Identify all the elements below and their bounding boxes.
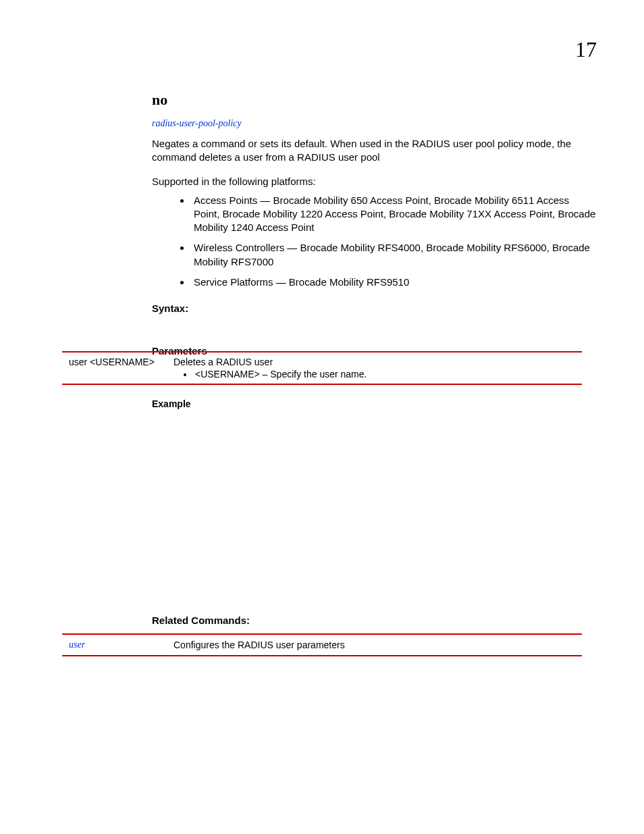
related-command-link[interactable]: user [69, 640, 173, 650]
command-description: Negates a command or sets its default. W… [152, 137, 597, 165]
table-row: user <USERNAME> Deletes a RADIUS user <U… [62, 353, 582, 384]
list-item: Service Platforms — Brocade Mobility RFS… [191, 276, 597, 289]
list-item: Wireless Controllers — Brocade Mobility … [191, 241, 597, 269]
page-number: 17 [575, 37, 597, 62]
syntax-heading: Syntax: [152, 303, 597, 314]
related-commands-heading: Related Commands: [152, 615, 250, 626]
example-heading: Example [152, 398, 191, 409]
list-item: Access Points — Brocade Mobility 650 Acc… [191, 194, 597, 235]
command-title: no [152, 91, 597, 109]
table-row: user Configures the RADIUS user paramete… [62, 635, 582, 655]
policy-link[interactable]: radius-user-pool-policy [152, 118, 597, 129]
parameters-table: user <USERNAME> Deletes a RADIUS user <U… [62, 351, 582, 385]
related-command-desc: Configures the RADIUS user parameters [173, 640, 575, 650]
related-commands-table: user Configures the RADIUS user paramete… [62, 633, 582, 656]
param-syntax: user <USERNAME> [69, 357, 173, 380]
platform-list: Access Points — Brocade Mobility 650 Acc… [191, 194, 597, 290]
main-content: no radius-user-pool-policy Negates a com… [152, 91, 597, 357]
supported-intro: Supported in the following platforms: [152, 176, 597, 187]
param-desc-main: Deletes a RADIUS user [173, 357, 575, 367]
param-description: Deletes a RADIUS user <USERNAME> – Speci… [173, 357, 575, 380]
param-desc-bullet: <USERNAME> – Specify the user name. [194, 369, 575, 380]
